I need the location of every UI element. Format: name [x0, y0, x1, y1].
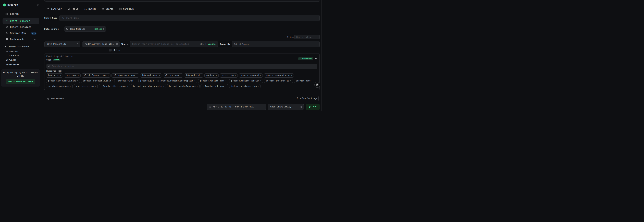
svg-text:3: 3	[86, 8, 87, 10]
svg-text:2: 2	[84, 9, 86, 10]
